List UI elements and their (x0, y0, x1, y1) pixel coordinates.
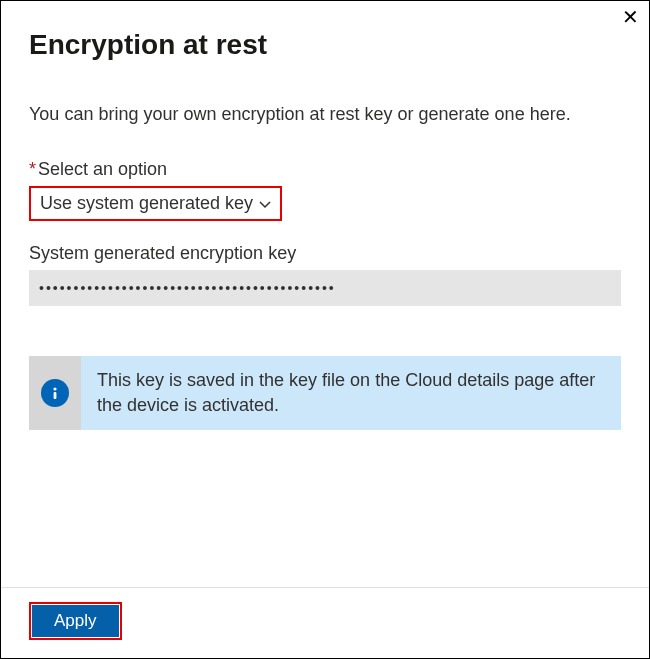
dialog-description: You can bring your own encryption at res… (29, 101, 621, 127)
select-option-label: *Select an option (29, 159, 621, 180)
dropdown-highlight: Use system generated key (29, 186, 282, 221)
encryption-key-field[interactable] (29, 270, 621, 306)
close-icon[interactable]: ✕ (622, 7, 639, 27)
required-indicator: * (29, 159, 36, 179)
dialog-content: Encryption at rest You can bring your ow… (1, 1, 649, 430)
svg-rect-1 (54, 392, 57, 399)
apply-highlight: Apply (29, 602, 122, 640)
dialog-footer: Apply (1, 587, 649, 658)
info-icon (41, 379, 69, 407)
select-label-text: Select an option (38, 159, 167, 179)
svg-point-0 (53, 388, 56, 391)
dropdown-selected-value: Use system generated key (40, 193, 253, 214)
info-icon-column (29, 356, 81, 430)
encryption-key-label: System generated encryption key (29, 243, 621, 264)
info-banner-text: This key is saved in the key file on the… (81, 356, 621, 430)
dialog-title: Encryption at rest (29, 29, 621, 61)
encryption-option-dropdown[interactable]: Use system generated key (32, 189, 279, 218)
chevron-down-icon (259, 193, 271, 214)
info-banner: This key is saved in the key file on the… (29, 356, 621, 430)
apply-button[interactable]: Apply (32, 605, 119, 637)
